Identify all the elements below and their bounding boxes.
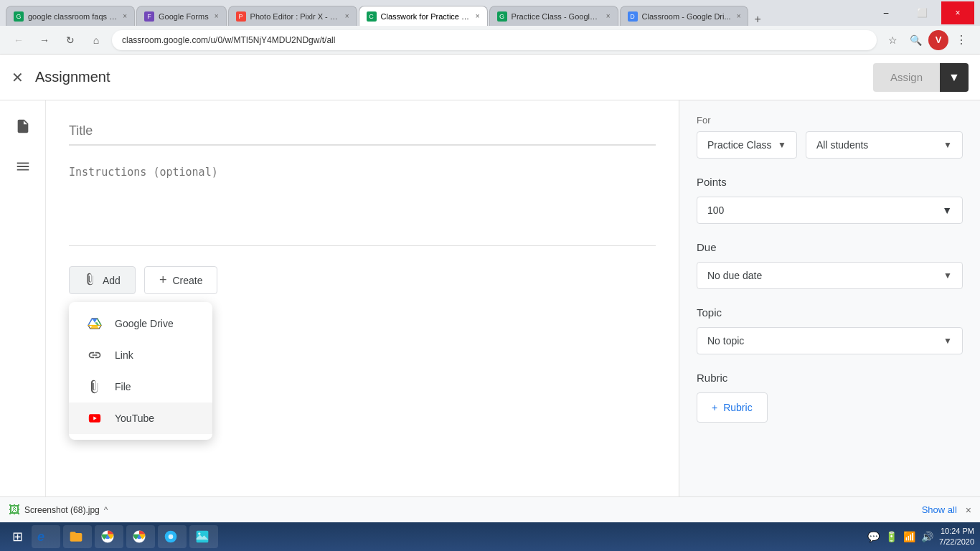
battery-icon: 🔋 <box>885 531 897 542</box>
tab-4-label: Classwork for Practice Cl... <box>381 12 470 21</box>
folder-icon <box>69 529 83 544</box>
due-section: Due No due date ▼ <box>697 241 963 289</box>
sidebar-document-icon[interactable] <box>9 112 37 141</box>
tab-2-close[interactable]: × <box>215 12 219 20</box>
assign-dropdown-button[interactable]: ▼ <box>940 63 969 92</box>
new-tab-button[interactable]: + <box>750 13 765 26</box>
for-section: For Practice Class ▼ All students ▼ <box>697 115 963 159</box>
instructions-textarea[interactable] <box>69 160 656 246</box>
tab-4-close[interactable]: × <box>476 12 480 20</box>
tab-3[interactable]: P Photo Editor : Pixlr X - fr... × <box>228 6 357 26</box>
circular-icon <box>164 529 178 544</box>
add-rubric-button[interactable]: + Rubric <box>697 392 768 423</box>
image-icon <box>195 529 209 544</box>
button-row: Add + Create <box>69 266 656 294</box>
create-button[interactable]: + Create <box>144 266 218 294</box>
tab-5[interactable]: G Practice Class - Google ... × <box>489 6 618 26</box>
topic-dropdown[interactable]: No topic ▼ <box>697 327 963 354</box>
zoom-button[interactable]: 🔍 <box>905 30 925 50</box>
tab-2-label: Google Forms <box>159 12 209 21</box>
add-button[interactable]: Add <box>69 266 136 294</box>
due-dropdown[interactable]: No due date ▼ <box>697 262 963 289</box>
add-icon <box>84 273 97 288</box>
chrome-icon <box>100 529 115 544</box>
dropdown-file[interactable]: File <box>69 371 212 402</box>
app-title: Assignment <box>35 69 873 85</box>
form-area: Add + Create <box>46 100 679 551</box>
maximize-button[interactable]: ⬜ <box>905 1 938 24</box>
due-value: No due date <box>707 270 762 281</box>
tab-4[interactable]: C Classwork for Practice Cl... × <box>359 6 488 26</box>
youtube-icon <box>86 411 103 425</box>
taskbar-chrome[interactable] <box>95 525 123 548</box>
downloads-bar: 🖼 Screenshot (68).jpg ^ Show all × <box>0 496 980 522</box>
start-button[interactable]: ⊞ <box>6 525 29 548</box>
close-downloads-button[interactable]: × <box>966 504 971 516</box>
taskbar-app1[interactable] <box>158 525 187 548</box>
tab-5-close[interactable]: × <box>606 12 611 20</box>
browser-menu-button[interactable]: ⋮ <box>951 30 971 50</box>
tab-1[interactable]: G google classroom faqs a... × <box>6 6 135 26</box>
for-label: For <box>697 115 963 126</box>
taskbar-explorer[interactable] <box>63 525 92 548</box>
tab-3-close[interactable]: × <box>345 12 349 20</box>
taskbar-chrome-2[interactable] <box>126 525 155 548</box>
reload-button[interactable]: ↻ <box>60 30 80 50</box>
sidebar-menu-icon[interactable] <box>9 152 37 181</box>
taskbar-date-value: 7/22/2020 <box>939 537 974 547</box>
minimize-button[interactable]: – <box>870 1 903 24</box>
points-dropdown[interactable]: 100 ▼ <box>697 197 963 224</box>
points-section: Points 100 ▼ <box>697 176 963 224</box>
students-dropdown[interactable]: All students ▼ <box>806 131 963 159</box>
taskbar-ie[interactable]: e <box>32 525 60 548</box>
taskbar-app2[interactable] <box>189 525 218 548</box>
back-button[interactable]: ← <box>9 30 29 50</box>
create-icon: + <box>159 273 167 288</box>
ie-icon: e <box>37 529 44 545</box>
assign-dropdown-icon: ▼ <box>948 71 960 84</box>
svg-rect-6 <box>197 531 209 543</box>
dropdown-link[interactable]: Link <box>69 339 212 371</box>
assign-button[interactable]: Assign <box>873 63 940 92</box>
chrome-icon-2 <box>132 529 146 544</box>
tab-1-close[interactable]: × <box>123 12 127 20</box>
window-close-button[interactable]: × <box>941 1 974 24</box>
dropdown-youtube[interactable]: YouTube <box>69 402 212 434</box>
class-dropdown-chevron: ▼ <box>778 140 786 150</box>
add-rubric-label: Rubric <box>723 402 752 413</box>
notification-tray-icon[interactable]: 💬 <box>867 531 880 542</box>
toolbar-icons: ☆ 🔍 V ⋮ <box>882 30 971 50</box>
wifi-icon: 📶 <box>903 531 915 542</box>
class-dropdown-value: Practice Class <box>707 139 771 151</box>
tabs-bar: G google classroom faqs a... × F Google … <box>6 0 867 26</box>
taskbar-clock: 10:24 PM 7/22/2020 <box>939 526 974 548</box>
title-input[interactable] <box>69 118 656 146</box>
file-icon <box>86 380 103 394</box>
dropdown-google-drive[interactable]: Google Drive <box>69 308 212 339</box>
svg-point-7 <box>198 532 200 534</box>
tab-6[interactable]: D Classroom - Google Dri... × <box>620 6 749 26</box>
close-assignment-button[interactable]: ✕ <box>11 69 24 86</box>
students-dropdown-value: All students <box>816 139 868 151</box>
taskbar-time-value: 10:24 PM <box>939 526 974 537</box>
download-expand-icon[interactable]: ^ <box>104 505 108 515</box>
class-dropdown[interactable]: Practice Class ▼ <box>697 131 797 159</box>
points-value: 100 <box>707 204 724 216</box>
create-button-label: Create <box>172 275 202 286</box>
rubric-section: Rubric + Rubric <box>697 372 963 423</box>
show-all-downloads-button[interactable]: Show all <box>922 504 957 515</box>
bookmark-star-button[interactable]: ☆ <box>882 30 903 50</box>
topic-section: Topic No topic ▼ <box>697 306 963 354</box>
address-input[interactable] <box>112 30 877 50</box>
home-button[interactable]: ⌂ <box>86 30 106 50</box>
topic-label: Topic <box>697 306 963 319</box>
right-panel: For Practice Class ▼ All students ▼ Poin… <box>679 100 980 551</box>
due-chevron: ▼ <box>943 270 952 281</box>
profile-icon[interactable]: V <box>928 30 948 50</box>
tab-6-close[interactable]: × <box>737 12 741 20</box>
forward-button[interactable]: → <box>34 30 55 50</box>
add-button-label: Add <box>103 275 121 286</box>
link-icon <box>86 348 103 362</box>
points-label: Points <box>697 176 963 188</box>
tab-2[interactable]: F Google Forms × <box>136 6 227 26</box>
